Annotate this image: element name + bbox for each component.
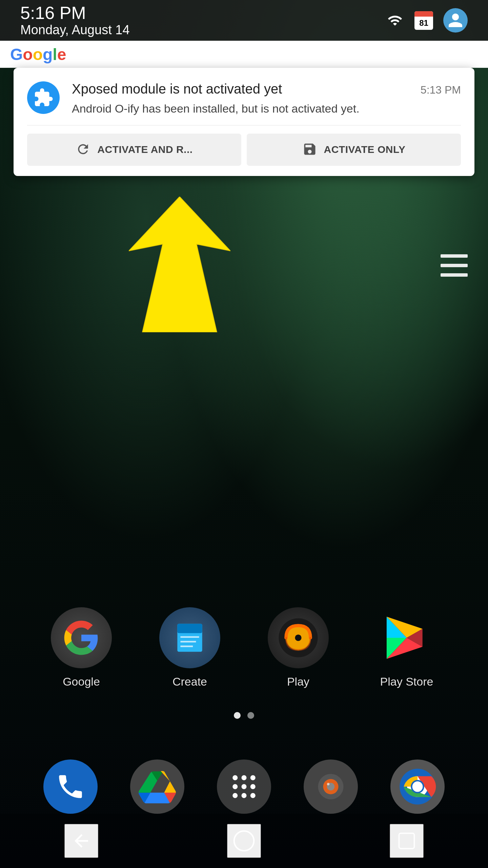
play-icon-circle: [268, 607, 329, 668]
avatar[interactable]: [443, 8, 468, 33]
notification-time: 5:13 PM: [421, 84, 461, 96]
status-time: 5:16 PM Monday, August 14: [20, 3, 130, 37]
nav-bar: [0, 814, 488, 868]
svg-point-17: [232, 793, 238, 798]
svg-point-19: [250, 793, 256, 798]
svg-point-11: [232, 775, 238, 780]
google-icon: [63, 619, 100, 656]
svg-rect-3: [181, 636, 199, 638]
calendar-icon: 81: [414, 11, 433, 30]
menu-line-2: [441, 264, 468, 267]
svg-rect-2: [177, 624, 202, 633]
refresh-icon: [76, 142, 90, 158]
chrome-icon: [399, 768, 436, 805]
dock: [0, 760, 488, 814]
phone-icon: [55, 771, 86, 802]
activate-only-button[interactable]: ACTIVATE ONLY: [247, 134, 461, 166]
app-create[interactable]: Create: [159, 607, 220, 688]
person-icon: [447, 12, 464, 29]
wifi-icon: [386, 13, 404, 28]
apps-grid: Google Create: [0, 607, 488, 719]
drive-icon: [139, 770, 176, 804]
playstore-icon-circle: [376, 607, 437, 668]
all-apps-icon: [229, 771, 259, 802]
nav-recents-button[interactable]: [390, 824, 424, 858]
create-icon-circle: [159, 607, 220, 668]
nav-back-button[interactable]: [64, 824, 98, 858]
apps-row-main: Google Create: [0, 607, 488, 688]
status-bar: 5:16 PM Monday, August 14 81: [0, 0, 488, 41]
activate-restart-label: ACTIVATE AND R...: [97, 144, 192, 155]
svg-point-14: [232, 784, 238, 789]
notification-divider: [27, 125, 461, 125]
date: Monday, August 14: [20, 23, 130, 37]
dock-all-apps[interactable]: [217, 760, 271, 814]
notification-actions: ACTIVATE AND R... ACTIVATE ONLY: [27, 134, 461, 166]
back-arrow-icon: [71, 831, 92, 851]
svg-marker-0: [129, 197, 230, 332]
calendar-date: 81: [414, 17, 433, 30]
app-play-label: Play: [287, 675, 309, 688]
camera-icon: [316, 771, 346, 802]
notification-body: Android O-ify has been installed, but is…: [72, 101, 461, 117]
clock: 5:16 PM: [20, 3, 130, 23]
svg-point-23: [327, 783, 330, 786]
notification-content: Xposed module is not activated yet 5:13 …: [72, 81, 461, 117]
save-icon: [302, 142, 317, 158]
svg-rect-5: [181, 646, 193, 647]
hamburger-menu[interactable]: [441, 254, 468, 277]
notification-title-row: Xposed module is not activated yet 5:13 …: [72, 81, 461, 97]
yellow-arrow: [129, 197, 230, 332]
svg-point-27: [412, 782, 423, 792]
recents-square-icon: [396, 831, 417, 851]
activate-and-restart-button[interactable]: ACTIVATE AND R...: [27, 134, 241, 166]
google-logo: Google: [10, 45, 66, 64]
app-play[interactable]: Play: [268, 607, 329, 688]
notification-title: Xposed module is not activated yet: [72, 81, 421, 97]
dock-drive[interactable]: [130, 760, 184, 814]
create-icon: [171, 619, 208, 656]
svg-rect-4: [181, 641, 196, 643]
dock-phone[interactable]: [43, 760, 98, 814]
notification-header: Xposed module is not activated yet 5:13 …: [27, 81, 461, 117]
app-playstore-label: Play Store: [380, 675, 433, 688]
menu-line-3: [441, 273, 468, 277]
status-icons: 81: [386, 8, 468, 33]
svg-point-15: [242, 784, 247, 789]
app-google-label: Google: [63, 675, 100, 688]
app-create-label: Create: [172, 675, 207, 688]
menu-line-1: [441, 254, 468, 258]
page-dot-2: [247, 712, 254, 719]
playstore-icon: [380, 614, 434, 662]
svg-point-16: [250, 784, 256, 789]
svg-point-9: [295, 634, 301, 641]
google-search-bar[interactable]: Google: [0, 41, 488, 68]
dock-camera[interactable]: [304, 760, 358, 814]
puzzle-icon: [33, 87, 54, 108]
google-icon-circle: [51, 607, 112, 668]
svg-point-13: [250, 775, 256, 780]
app-google[interactable]: Google: [51, 607, 112, 688]
svg-point-18: [242, 793, 247, 798]
nav-home-button[interactable]: [227, 824, 261, 858]
svg-point-28: [234, 831, 254, 851]
notification-card: Xposed module is not activated yet 5:13 …: [14, 68, 474, 176]
play-music-icon: [278, 617, 319, 658]
home-circle-icon: [232, 829, 256, 853]
svg-rect-29: [399, 833, 414, 849]
page-dots: [234, 712, 254, 719]
app-playstore[interactable]: Play Store: [376, 607, 437, 688]
activate-only-label: ACTIVATE ONLY: [324, 144, 406, 155]
svg-point-12: [242, 775, 247, 780]
notification-app-icon: [27, 81, 60, 114]
dock-chrome[interactable]: [390, 760, 445, 814]
page-dot-1: [234, 712, 241, 719]
